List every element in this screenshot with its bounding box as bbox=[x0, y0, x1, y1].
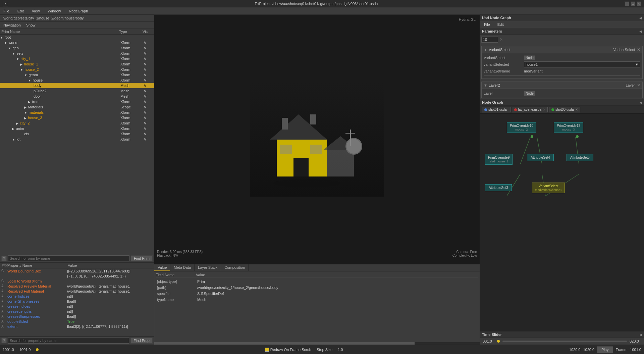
prop-search-input[interactable] bbox=[8, 338, 129, 344]
time-slider-collapse[interactable]: ◀ bbox=[639, 333, 642, 337]
ng-tab-shot01[interactable]: shot01.usda bbox=[482, 107, 511, 112]
variant-select-close[interactable]: ✕ bbox=[637, 47, 640, 52]
nav-tab-navigation[interactable]: Navigation bbox=[1, 22, 23, 28]
tree-row-materials-scope[interactable]: ▶ Materials Scope V bbox=[0, 104, 154, 110]
prim-search-help[interactable]: ? bbox=[1, 256, 7, 261]
ng-tab-layscene[interactable]: lay_scene.usda ✕ bbox=[512, 107, 548, 112]
tab-composition[interactable]: Composition bbox=[221, 264, 249, 271]
tab-value[interactable]: Value bbox=[154, 264, 170, 271]
prop-row-double-sided[interactable]: A doubleSided True bbox=[0, 319, 154, 324]
tree-row-materials[interactable]: ▼ materials Xform V bbox=[0, 110, 154, 115]
ng-node-label-vs: VariantSelect bbox=[535, 184, 562, 188]
params-value-input[interactable] bbox=[481, 37, 498, 43]
find-prim-button[interactable]: Find Prim bbox=[131, 255, 153, 261]
prop-row-preview-mat[interactable]: A Resolved Preview Material /world/geo/s… bbox=[0, 284, 154, 289]
usd-menu-edit[interactable]: Edit bbox=[495, 22, 506, 27]
minimize-button[interactable]: ─ bbox=[625, 1, 629, 6]
tree-row-efx[interactable]: efx Xform V bbox=[0, 131, 154, 137]
node-graph-collapse[interactable]: ◀ bbox=[639, 101, 642, 104]
ng-node-primoverride10[interactable]: PrimOverride10 mouse_2 bbox=[507, 122, 536, 133]
meta-field-specifier: specifier bbox=[157, 292, 197, 296]
usd-panel-collapse[interactable]: ◀ bbox=[639, 16, 642, 20]
ng-node-attributeset3[interactable]: AttributeSet3 bbox=[485, 184, 512, 191]
tree-row-house1[interactable]: ▶ house_1 Xform V bbox=[0, 61, 154, 67]
nav-tab-show[interactable]: Show bbox=[24, 22, 38, 28]
menu-view[interactable]: View bbox=[30, 8, 42, 14]
tree-row-house3[interactable]: ▶ house_3 Xform V bbox=[0, 115, 154, 120]
tab-layerstack[interactable]: Layer Stack bbox=[195, 264, 221, 271]
tree-row-geo[interactable]: ▼ geo Xform V bbox=[0, 45, 154, 51]
prop-name-corner-indices: cornerIndices bbox=[7, 294, 67, 298]
prop-row-corner-sharp[interactable]: A cornerSharpnesses float[] bbox=[0, 299, 154, 304]
prop-row-extent[interactable]: A extent float3[2]: [(-2.17...06777, 1.5… bbox=[0, 324, 154, 329]
ng-node-attributeset4[interactable]: AttributeSet4 bbox=[527, 154, 554, 161]
params-clear-button[interactable]: ✕ bbox=[499, 37, 503, 42]
variant-selected-dropdown[interactable]: house1 ▼ bbox=[524, 61, 640, 67]
prop-row-bbox2[interactable]: ( (1, 0, 0), (0,...7460250854492, 1) ) bbox=[0, 273, 154, 279]
layer2-toggle[interactable]: ▼ bbox=[484, 83, 487, 87]
ng-node-primoverride9[interactable]: PrimOverride9 sled_house_1 bbox=[485, 154, 513, 165]
menu-nodegraph[interactable]: NodeGraph bbox=[67, 8, 90, 14]
prop-row-crease-indices[interactable]: A creaseIndices int[] bbox=[0, 304, 154, 309]
ng-node-primoverride12[interactable]: PrimOverride12 mouse_3 bbox=[554, 122, 583, 133]
prop-name-preview-mat: Resolved Preview Material bbox=[7, 284, 67, 288]
menu-edit[interactable]: Edit bbox=[15, 8, 26, 14]
maximize-button[interactable]: □ bbox=[631, 1, 635, 6]
prop-name-double-sided: doubleSided bbox=[7, 319, 67, 323]
nav-tabs: Navigation Show bbox=[0, 22, 154, 29]
ng-tab-close-shot00[interactable]: ✕ bbox=[575, 108, 578, 111]
prop-tabs: Value Meta Data Layer Stack Composition bbox=[154, 264, 480, 271]
tree-row-body[interactable]: body Mesh V bbox=[0, 83, 154, 88]
tree-row-anim[interactable]: ▶ anim Xform V bbox=[0, 126, 154, 131]
play-button[interactable]: Play bbox=[597, 346, 613, 353]
prop-row-crease-lengths[interactable]: A creaseLengths int[] bbox=[0, 309, 154, 314]
redraw-checkbox-box[interactable] bbox=[265, 348, 269, 352]
prop-row-xform[interactable]: C Local to World Xform bbox=[0, 279, 154, 284]
menu-file[interactable]: File bbox=[1, 8, 11, 14]
tree-row-geom[interactable]: ▼ geom Xform V bbox=[0, 72, 154, 78]
viewport[interactable]: Hydra: GL bbox=[154, 15, 480, 264]
ng-tab-close-layscene[interactable]: ✕ bbox=[543, 108, 545, 111]
time-slider-track[interactable] bbox=[502, 341, 627, 342]
tree-row-lgt[interactable]: ▼ lgt Xform V bbox=[0, 137, 154, 142]
prop-row-full-mat[interactable]: A Resolved Full Material /world/geo/sets… bbox=[0, 289, 154, 294]
close-button[interactable]: ✕ bbox=[637, 1, 641, 6]
variant-select-node-badge[interactable]: Node bbox=[524, 55, 535, 60]
tree-row-sets[interactable]: ▼ sets Xform V bbox=[0, 51, 154, 56]
svg-point-21 bbox=[531, 135, 533, 138]
ng-node-variantselect[interactable]: VariantSelect modVariant=house1 bbox=[532, 183, 565, 193]
meta-field-path: [path] bbox=[157, 286, 197, 290]
prop-scrollbar[interactable] bbox=[154, 342, 480, 345]
tree-row-world[interactable]: ▼ world Xform V bbox=[0, 40, 154, 45]
meta-row-path: [path] /world/geo/sets/city_1/house_2/ge… bbox=[156, 285, 478, 291]
ng-node-attributeset5[interactable]: AttributeSet5 bbox=[567, 154, 593, 161]
window-icon: ▪ bbox=[3, 1, 8, 6]
tree-row-door[interactable]: door Mesh V bbox=[0, 94, 154, 99]
params-collapse[interactable]: ◀ bbox=[639, 30, 642, 33]
tree-row-tree[interactable]: ▶ tree Xform V bbox=[0, 99, 154, 104]
prop-search-help[interactable]: ? bbox=[1, 338, 7, 343]
layer2-node-badge[interactable]: Node bbox=[524, 91, 535, 96]
variant-select-toggle[interactable]: ▼ bbox=[484, 48, 487, 52]
prop-icon-a3: A bbox=[1, 294, 7, 298]
find-prop-button[interactable]: Find Prop bbox=[130, 338, 153, 344]
tree-row-house2[interactable]: ▼ house_2 Xform V bbox=[0, 67, 154, 72]
usd-menu-file[interactable]: File bbox=[482, 22, 492, 27]
prop-row-bbox[interactable]: C World Bounding Box [(-23.5038969516...… bbox=[0, 268, 154, 273]
tree-row-city2[interactable]: ▶ city_2 Xform V bbox=[0, 120, 154, 126]
menu-window[interactable]: Window bbox=[46, 8, 63, 14]
tab-metadata[interactable]: Meta Data bbox=[170, 264, 195, 271]
prop-icon-a7: A bbox=[1, 314, 7, 318]
ng-tab-shot00[interactable]: shot00.usda ✕ bbox=[549, 107, 580, 112]
tree-row-root[interactable]: ▼ root bbox=[0, 35, 154, 40]
prop-header: Type Property Name Value bbox=[0, 263, 154, 268]
layer2-close[interactable]: ✕ bbox=[637, 83, 640, 88]
tree-row-city1[interactable]: ▼ city_1 Xform V bbox=[0, 56, 154, 61]
prop-row-crease-sharp[interactable]: A creaseSharpnesses float[] bbox=[0, 314, 154, 319]
prim-search-input[interactable] bbox=[8, 255, 129, 261]
tree-row-pcube2[interactable]: pCube2 Mesh V bbox=[0, 88, 154, 94]
prop-icon-a6: A bbox=[1, 309, 7, 313]
tree-row-house[interactable]: ▼ house Xform V bbox=[0, 78, 154, 83]
node-graph-canvas[interactable]: PrimOverride10 mouse_2 PrimOverride12 mo… bbox=[480, 114, 644, 331]
prop-row-corner-indices[interactable]: A cornerIndices int[] bbox=[0, 294, 154, 299]
